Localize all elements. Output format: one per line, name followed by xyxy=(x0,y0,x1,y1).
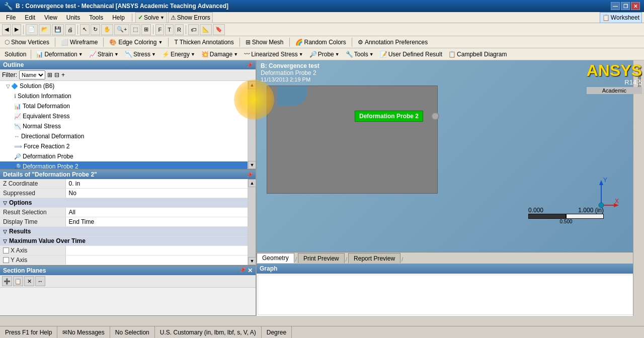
show-errors-button[interactable]: ⚠ Show Errors xyxy=(168,12,213,23)
status-selection: No Selection xyxy=(110,326,155,338)
energy-button[interactable]: ⚡ Energy ▼ xyxy=(159,50,198,58)
sp-delete-button[interactable]: ✕ xyxy=(24,276,34,286)
toolbar-zoom[interactable]: 🔍+ xyxy=(114,24,129,35)
toolbar-top[interactable]: T xyxy=(165,24,174,35)
menu-separator-1 xyxy=(132,14,132,22)
toolbar-fit[interactable]: ⊞ xyxy=(141,24,151,35)
detail-value-yaxis[interactable] xyxy=(65,256,256,265)
user-defined-button[interactable]: 📝 User Defined Result xyxy=(377,50,445,58)
tab-report-preview[interactable]: Report Preview xyxy=(348,253,400,263)
tab-geometry[interactable]: Geometry xyxy=(257,253,294,263)
toolbar-pan[interactable]: ✋ xyxy=(101,24,113,35)
tree-solution-info[interactable]: ℹ Solution Information xyxy=(0,91,256,101)
toolbar-select[interactable]: ↖ xyxy=(80,24,90,35)
detail-value-z[interactable]: 0. in xyxy=(65,179,256,189)
sp-move-button[interactable]: ↔ xyxy=(35,276,45,286)
toolbar-right[interactable]: R xyxy=(175,24,184,35)
viewport-canvas[interactable]: B: Convergence test Deformation Probe 2 … xyxy=(257,60,644,252)
toolbar-new[interactable]: 📄 xyxy=(26,24,38,35)
toolbar-ruler[interactable]: 📐 xyxy=(200,24,212,35)
detail-maxval-label: ▽Maximum Value Over Time xyxy=(0,236,256,246)
toolbar-zoom-box[interactable]: ⬚ xyxy=(130,24,140,35)
detail-value-sup[interactable]: No xyxy=(65,189,256,198)
scale-mid: 0.500 xyxy=(528,219,604,224)
sp-copy-button[interactable]: 📋 xyxy=(13,276,23,286)
tab-print-preview[interactable]: Print Preview xyxy=(298,253,345,263)
details-scroll-up[interactable]: ▲ xyxy=(248,179,256,187)
minimize-button[interactable]: — xyxy=(611,2,620,10)
edge-coloring-label: Edge Coloring xyxy=(118,39,156,46)
details-scroll-down[interactable]: ▼ xyxy=(248,257,256,265)
toolbar-forward[interactable]: ▶ xyxy=(12,24,21,35)
deformation-button[interactable]: 📊 Deformation ▼ xyxy=(33,50,85,58)
tree-directional-def[interactable]: ↔ Directional Deformation xyxy=(0,131,256,141)
toolbar-back[interactable]: ◀ xyxy=(2,24,11,35)
worksheet-button[interactable]: 📋 Worksheet xyxy=(600,12,642,23)
random-colors-button[interactable]: 🌈 Random Colors xyxy=(293,38,349,46)
toolbar-front[interactable]: F xyxy=(155,24,164,35)
sep1 xyxy=(23,25,24,34)
toolbar-annotation[interactable]: 🏷 xyxy=(188,24,199,35)
probe-button[interactable]: 🔎 Probe ▼ xyxy=(307,50,342,58)
probe-label: Probe xyxy=(318,51,334,58)
solve-button[interactable]: ✓ Solve ▼ xyxy=(135,12,167,23)
damage-button[interactable]: 💥 Damage ▼ xyxy=(199,50,240,58)
menu-units[interactable]: Units xyxy=(62,13,84,22)
detail-row-xaxis: X Axis xyxy=(0,246,256,256)
strain-button[interactable]: 📈 Strain ▼ xyxy=(87,50,121,58)
annotation-preferences-button[interactable]: ⚙ Annotation Preferences xyxy=(355,38,430,46)
thicken-annotations-button[interactable]: T Thicken Annotations xyxy=(172,38,236,46)
details-scrollbar[interactable]: ▲ ▼ xyxy=(248,179,256,265)
edge-coloring-button[interactable]: 🎨 Edge Coloring ▼ xyxy=(107,38,165,46)
tree-normal-stress[interactable]: 📉 Normal Stress xyxy=(0,121,256,131)
scale-right: 1.000 (in) xyxy=(578,207,604,214)
tree-def-probe[interactable]: 🔎 Deformation Probe xyxy=(0,151,256,161)
detail-value-display[interactable]: End Time xyxy=(65,217,256,227)
svg-text:X: X xyxy=(615,198,619,205)
maximize-button[interactable]: ❐ xyxy=(621,2,630,10)
details-pin-icon: 📌 xyxy=(247,172,253,178)
tree-equiv-stress[interactable]: 📈 Equivalent Stress xyxy=(0,111,256,121)
toolbar-rotate[interactable]: ↻ xyxy=(91,24,100,35)
show-mesh-button[interactable]: ⊞ Show Mesh xyxy=(243,38,286,46)
stress-button[interactable]: 📉 Stress ▼ xyxy=(122,50,158,58)
sp-add-button[interactable]: ➕ xyxy=(2,276,12,286)
close-button[interactable]: ✕ xyxy=(631,2,640,10)
menu-help[interactable]: Help xyxy=(108,13,129,22)
tab-slash-3: / xyxy=(400,256,404,263)
tree-scrollbar[interactable]: ▲ ▼ xyxy=(248,81,256,169)
detail-value-result[interactable]: All xyxy=(65,208,256,217)
tree-icon-dir: ↔ xyxy=(14,133,20,139)
detail-value-xaxis[interactable] xyxy=(65,246,256,256)
menu-edit[interactable]: Edit xyxy=(21,13,39,22)
scroll-up[interactable]: ▲ xyxy=(248,81,256,89)
probe-label-text: Deformation Probe 2 xyxy=(359,113,419,120)
menu-file[interactable]: File xyxy=(2,13,20,22)
show-mesh-label: Show Mesh xyxy=(252,39,284,46)
linearized-stress-button[interactable]: 〰 Linearized Stress ▼ xyxy=(242,50,306,58)
status-msg-icon: ✉ xyxy=(62,329,67,336)
tree-def-probe2[interactable]: 🔎 Deformation Probe 2 xyxy=(0,161,256,169)
tree-total-deformation[interactable]: 📊 Total Deformation xyxy=(0,101,256,111)
toolbar-print[interactable]: 🖨 xyxy=(65,24,75,35)
worksheet-label: Worksheet xyxy=(611,14,639,21)
campbell-button[interactable]: 📋 Campbell Diagram xyxy=(446,50,509,58)
show-vertices-button[interactable]: ⬡ Show Vertices xyxy=(2,38,52,46)
tools-button[interactable]: 🔧 Tools ▼ xyxy=(343,50,376,58)
tree-force-reaction[interactable]: ⟹ Force Reaction 2 xyxy=(0,141,256,151)
tree-solution[interactable]: ▽ 🔷 Solution (B6) xyxy=(0,81,256,91)
yaxis-checkbox[interactable] xyxy=(3,257,9,263)
sp-close-icon[interactable]: ✕ xyxy=(248,267,253,274)
filter-type-select[interactable]: Name xyxy=(19,70,45,79)
toolbar-tag[interactable]: 🔖 xyxy=(213,24,225,35)
menu-view[interactable]: View xyxy=(40,13,61,22)
wireframe-button[interactable]: ⬜ Wireframe xyxy=(58,38,100,46)
toolbar-open[interactable]: 📂 xyxy=(39,24,51,35)
toolbar-save[interactable]: 💾 xyxy=(52,24,64,35)
solution-text: Solution xyxy=(5,51,26,58)
menu-tools[interactable]: Tools xyxy=(85,13,107,22)
scroll-down[interactable]: ▼ xyxy=(248,161,256,169)
solution-toolbar: Solution 📊 Deformation ▼ 📈 Strain ▼ 📉 St… xyxy=(0,48,644,60)
xaxis-checkbox[interactable] xyxy=(3,247,9,254)
tree-expand-0[interactable]: ▽ xyxy=(6,83,10,89)
